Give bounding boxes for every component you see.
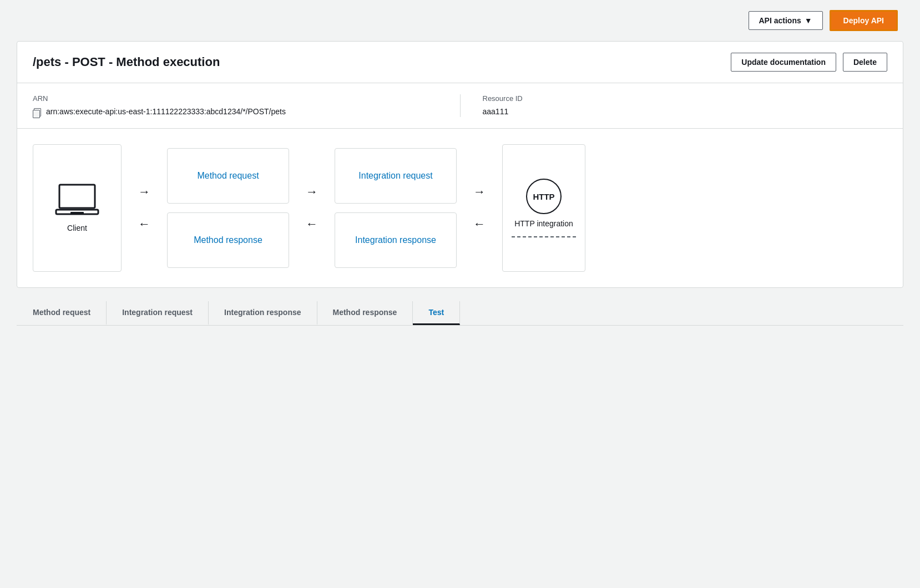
tabs-section: Method requestIntegration requestIntegra…	[17, 301, 903, 326]
update-documentation-button[interactable]: Update documentation	[731, 53, 836, 72]
page-title: /pets - POST - Method execution	[33, 55, 220, 69]
api-actions-button[interactable]: API actions ▼	[749, 11, 823, 30]
right-arrow-middle: →	[296, 185, 328, 199]
laptop-icon	[55, 184, 99, 217]
deploy-api-label: Deploy API	[843, 16, 884, 25]
resource-id-value: aaa111	[483, 107, 888, 116]
header-actions: Update documentation Delete	[731, 53, 887, 72]
tab-integration-request[interactable]: Integration request	[107, 301, 209, 325]
dropdown-icon: ▼	[805, 16, 812, 25]
integration-request-link[interactable]: Integration request	[358, 171, 432, 181]
arn-text: arn:aws:execute-api:us-east-1:1111222233…	[46, 107, 286, 116]
left-arrow-http: ←	[463, 217, 496, 231]
svg-rect-0	[59, 185, 95, 208]
right-arrow-http: →	[463, 185, 496, 199]
client-box: Client	[33, 144, 122, 272]
client-label: Client	[67, 224, 87, 232]
card-header: /pets - POST - Method execution Update d…	[17, 42, 903, 83]
top-bar: API actions ▼ Deploy API	[0, 0, 920, 41]
http-integration-text: HTTP integration	[514, 219, 573, 228]
right-arrow-top: →	[128, 185, 160, 199]
http-dashed-line	[512, 236, 576, 237]
http-integration-box: HTTP HTTP integration	[502, 144, 585, 272]
arn-value-container: arn:aws:execute-api:us-east-1:1111222233…	[33, 107, 438, 117]
right-flow-column: Integration request Integration response	[335, 148, 457, 268]
diagram-container: Client → ← Method request Method respons…	[33, 144, 887, 272]
resource-id-label: Resource ID	[483, 94, 888, 103]
left-arrow-middle: ←	[296, 217, 328, 231]
arrow-right-http: → ←	[457, 185, 502, 231]
tab-test[interactable]: Test	[413, 301, 460, 325]
http-circle: HTTP	[526, 179, 562, 214]
method-response-link[interactable]: Method response	[194, 235, 262, 245]
copy-icon[interactable]	[33, 108, 42, 117]
delete-button[interactable]: Delete	[843, 53, 887, 72]
arn-block: ARN arn:aws:execute-api:us-east-1:111122…	[33, 94, 461, 117]
arn-section: ARN arn:aws:execute-api:us-east-1:111122…	[17, 83, 903, 129]
tab-method-response[interactable]: Method response	[317, 301, 413, 325]
tab-method-request[interactable]: Method request	[17, 301, 107, 325]
method-request-link[interactable]: Method request	[197, 171, 259, 181]
diagram-section: Client → ← Method request Method respons…	[17, 129, 903, 287]
integration-response-box[interactable]: Integration response	[335, 212, 457, 268]
deploy-api-button[interactable]: Deploy API	[830, 10, 898, 31]
tabs-list: Method requestIntegration requestIntegra…	[17, 301, 903, 325]
main-card: /pets - POST - Method execution Update d…	[17, 41, 903, 288]
http-label: HTTP	[533, 192, 554, 201]
http-integration-label: HTTP integration	[514, 219, 573, 230]
arn-label: ARN	[33, 94, 438, 103]
integration-request-box[interactable]: Integration request	[335, 148, 457, 204]
tab-integration-response[interactable]: Integration response	[209, 301, 317, 325]
left-arrow-bottom: ←	[128, 217, 160, 231]
arrow-middle: → ←	[289, 185, 335, 231]
api-actions-label: API actions	[759, 16, 801, 25]
left-flow-column: Method request Method response	[167, 148, 289, 268]
arrow-right-1: → ←	[122, 185, 167, 231]
svg-rect-2	[70, 212, 84, 214]
method-request-box[interactable]: Method request	[167, 148, 289, 204]
integration-response-link[interactable]: Integration response	[355, 235, 436, 245]
resource-block: Resource ID aaa111	[461, 94, 888, 117]
method-response-box[interactable]: Method response	[167, 212, 289, 268]
